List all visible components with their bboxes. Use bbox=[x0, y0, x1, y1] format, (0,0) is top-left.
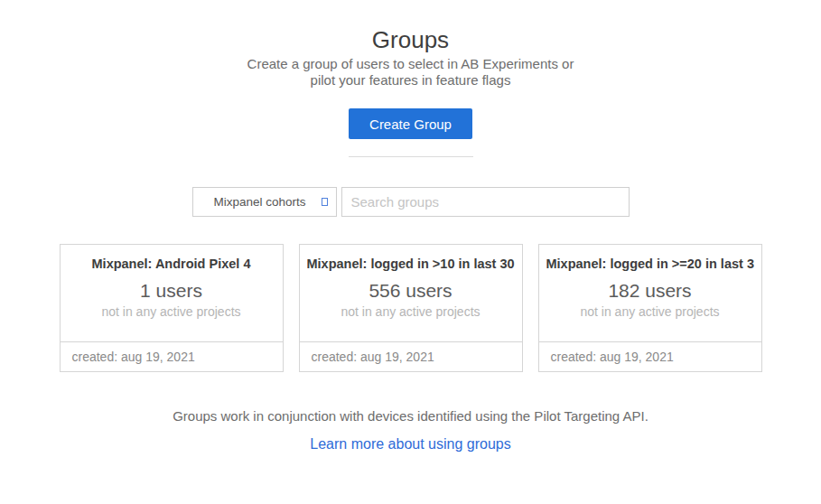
group-card-status: not in any active projects bbox=[546, 303, 754, 320]
page-subtitle-line1: Create a group of users to select in AB … bbox=[0, 56, 821, 72]
page-title: Groups bbox=[0, 25, 821, 54]
groups-page: Groups Create a group of users to select… bbox=[0, 25, 821, 504]
group-card-users-count: 1 users bbox=[68, 280, 275, 302]
group-card-android-pixel[interactable]: Mixpanel: Android Pixel 4 1 users not in… bbox=[60, 244, 284, 372]
page-subtitle: Create a group of users to select in AB … bbox=[0, 56, 821, 89]
group-card-title: Mixpanel: Android Pixel 4 bbox=[68, 256, 275, 272]
footer-link-wrap: Learn more about using groups bbox=[0, 436, 821, 453]
group-card-body: Mixpanel: Android Pixel 4 1 users not in… bbox=[61, 245, 283, 341]
dropdown-indicator-icon bbox=[322, 198, 328, 206]
groups-info-text: Groups work in conjunction with devices … bbox=[0, 408, 821, 425]
group-card-created: created: aug 19, 2021 bbox=[300, 341, 522, 371]
header-divider bbox=[349, 156, 473, 157]
group-card-body: Mixpanel: logged in >10 in last 30 ... 5… bbox=[300, 245, 522, 341]
cohort-source-dropdown[interactable]: Mixpanel cohorts bbox=[192, 187, 337, 217]
cohort-source-dropdown-label: Mixpanel cohorts bbox=[213, 195, 305, 209]
group-card-title: Mixpanel: logged in >=20 in last 30... bbox=[546, 256, 754, 272]
search-groups-input[interactable] bbox=[341, 187, 630, 217]
learn-more-link[interactable]: Learn more about using groups bbox=[310, 436, 510, 452]
filter-bar: Mixpanel cohorts bbox=[192, 187, 630, 217]
group-card-logged-in-20[interactable]: Mixpanel: logged in >=20 in last 30... 1… bbox=[538, 244, 762, 372]
group-card-body: Mixpanel: logged in >=20 in last 30... 1… bbox=[539, 245, 761, 341]
page-subtitle-line2: pilot your features in feature flags bbox=[0, 72, 821, 89]
group-card-title: Mixpanel: logged in >10 in last 30 ... bbox=[307, 256, 515, 272]
group-card-users-count: 182 users bbox=[546, 280, 754, 302]
group-card-created: created: aug 19, 2021 bbox=[539, 341, 761, 371]
group-card-status: not in any active projects bbox=[307, 303, 515, 320]
group-card-users-count: 556 users bbox=[307, 280, 515, 302]
group-card-logged-in-10[interactable]: Mixpanel: logged in >10 in last 30 ... 5… bbox=[299, 244, 523, 372]
create-group-button[interactable]: Create Group bbox=[349, 108, 472, 139]
group-card-status: not in any active projects bbox=[68, 303, 275, 320]
group-card-created: created: aug 19, 2021 bbox=[61, 341, 283, 371]
group-cards-row: Mixpanel: Android Pixel 4 1 users not in… bbox=[60, 244, 762, 372]
